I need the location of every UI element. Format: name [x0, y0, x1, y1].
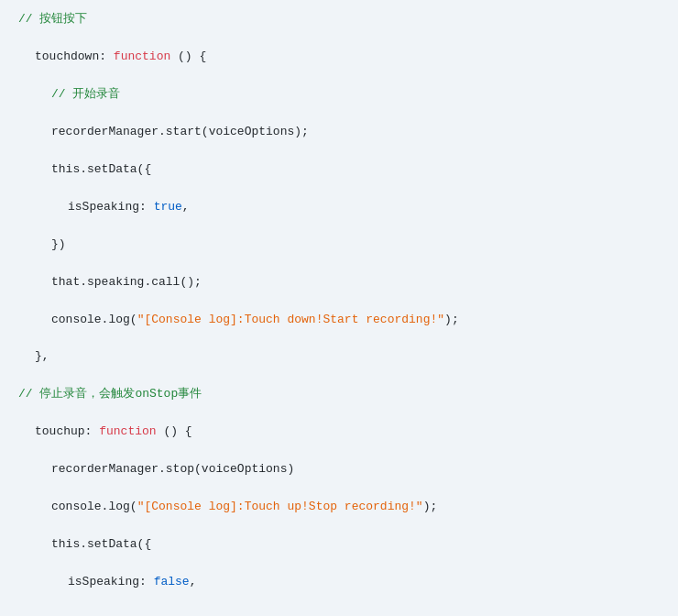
code-token: that.speaking.call(); — [51, 272, 202, 293]
code-token: recorderManager.start(voiceOptions); — [51, 122, 309, 143]
code-line — [18, 255, 678, 271]
code-line: isSpeaking: true, — [18, 197, 678, 218]
code-line — [18, 480, 678, 497]
code-token: this.setData({ — [51, 534, 151, 556]
code-line: that.speaking.call(); — [18, 272, 678, 293]
code-token: () { — [170, 47, 206, 68]
code-line: console.log("[Console log]:Touch down!St… — [18, 310, 678, 331]
code-token: touchup: — [35, 422, 99, 443]
code-line: touchdown: function () { — [18, 47, 678, 68]
code-token: ); — [444, 310, 459, 331]
code-token: () { — [157, 422, 192, 443]
code-line: this.setData({ — [18, 160, 678, 181]
code-token: "[Console log]:Touch up!Stop recording!" — [137, 497, 423, 518]
code-line — [18, 292, 678, 309]
code-token: // 开始录音 — [51, 84, 120, 105]
code-line — [18, 405, 678, 422]
code-line: console.log("[Console log]:Touch up!Stop… — [18, 497, 678, 518]
code-token: console.log( — [51, 310, 137, 331]
code-line — [18, 368, 678, 384]
code-line — [18, 217, 678, 234]
code-line: recorderManager.stop(voiceOptions) — [18, 459, 678, 480]
code-line: // 停止录音，会触发onStop事件 — [18, 384, 678, 405]
code-token: }) — [51, 235, 66, 256]
code-line: // 按钮按下 — [18, 9, 678, 30]
code-token: ); — [423, 497, 438, 518]
code-line: isSpeaking: false, — [18, 572, 678, 593]
code-line — [18, 518, 678, 534]
code-token: function — [114, 47, 170, 68]
code-line: }) — [18, 235, 678, 256]
code-line: // 开始录音 — [18, 84, 678, 105]
code-token: isSpeaking: — [68, 572, 154, 593]
code-token: function — [99, 422, 156, 443]
code-line: touchup: function () { — [18, 422, 678, 443]
code-line — [18, 30, 678, 47]
code-line — [18, 443, 678, 459]
code-token: recorderManager.stop(voiceOptions) — [51, 459, 294, 480]
code-token: // 按钮按下 — [18, 9, 87, 30]
code-token: touchdown: — [35, 47, 114, 68]
code-line — [18, 68, 678, 84]
code-line — [18, 556, 678, 572]
code-token: }, — [35, 346, 49, 368]
code-token: , — [190, 572, 197, 593]
code-line — [18, 143, 678, 160]
code-token: true — [154, 197, 182, 218]
code-token: // 停止录音，会触发onStop事件 — [18, 384, 202, 405]
code-line — [18, 330, 678, 346]
code-token: isSpeaking: — [68, 197, 154, 218]
code-token: , — [182, 197, 190, 218]
code-line — [18, 105, 678, 122]
code-token: "[Console log]:Touch down!Start recordin… — [137, 310, 444, 331]
code-token: console.log( — [51, 497, 137, 518]
code-line — [18, 181, 678, 197]
code-line: this.setData({ — [18, 534, 678, 556]
code-line: }, — [18, 346, 678, 368]
code-container: // 按钮按下 touchdown: function () { // 开始录音… — [0, 0, 678, 616]
code-token: this.setData({ — [51, 160, 151, 181]
code-token: false — [154, 572, 190, 593]
code-line: recorderManager.start(voiceOptions); — [18, 122, 678, 143]
